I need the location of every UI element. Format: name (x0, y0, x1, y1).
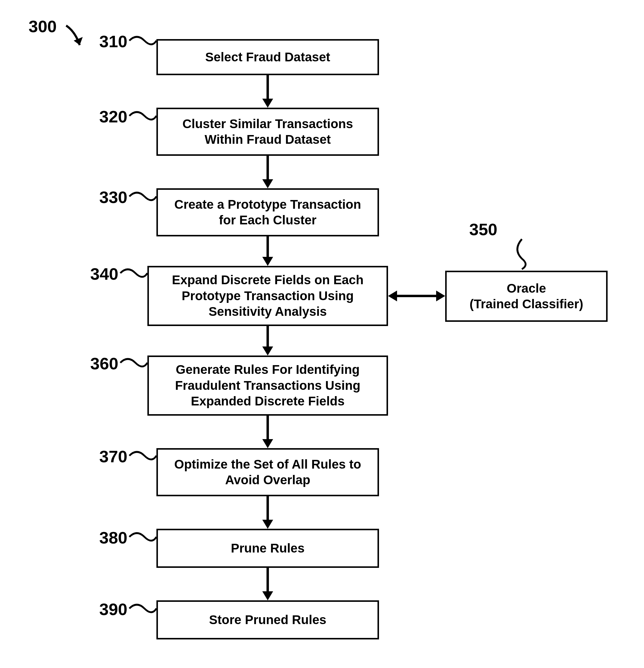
step-340-label: 340 (90, 264, 118, 284)
diagram-id-arrow (63, 22, 90, 52)
step-350-box: Oracle (Trained Classifier) (445, 271, 608, 322)
step-330-text: Create a Prototype Transaction for Each … (167, 197, 369, 228)
step-330-label: 330 (99, 187, 127, 207)
step-360-label: 360 (90, 354, 118, 373)
step-360-leader (119, 354, 149, 372)
arrow-340-360-head (262, 347, 273, 355)
step-310-leader (128, 32, 158, 50)
arrow-370-380-head (262, 520, 273, 529)
step-390-leader (128, 599, 158, 618)
step-380-label: 380 (99, 528, 127, 547)
step-380-text: Prune Rules (231, 541, 304, 557)
step-380-box: Prune Rules (156, 529, 379, 568)
arrow-340-360 (267, 326, 269, 347)
step-390-text: Store Pruned Rules (209, 612, 326, 628)
arrow-320-330-head (262, 179, 273, 188)
diagram-id-label: 300 (29, 17, 57, 36)
step-310-text: Select Fraud Dataset (205, 49, 330, 65)
arrow-340-350-line (397, 295, 436, 297)
step-370-label: 370 (99, 446, 127, 466)
step-320-text: Cluster Similar Transactions Within Frau… (167, 116, 369, 148)
arrow-310-320 (267, 75, 269, 99)
step-360-box: Generate Rules For Identifying Fraudulen… (147, 355, 388, 416)
step-350-text: Oracle (Trained Classifier) (469, 280, 583, 312)
step-390-label: 390 (99, 599, 127, 619)
arrow-370-380 (267, 496, 269, 520)
step-370-box: Optimize the Set of All Rules to Avoid O… (156, 448, 379, 496)
step-330-box: Create a Prototype Transaction for Each … (156, 188, 379, 237)
arrow-360-370-head (262, 439, 273, 448)
step-320-label: 320 (99, 107, 127, 126)
step-330-leader (128, 187, 158, 206)
arrow-380-390-head (262, 591, 273, 600)
step-310-box: Select Fraud Dataset (156, 39, 379, 75)
step-340-leader (119, 264, 149, 282)
step-340-box: Expand Discrete Fields on Each Prototype… (147, 266, 388, 326)
arrow-380-390 (267, 568, 269, 592)
step-360-text: Generate Rules For Identifying Fraudulen… (158, 362, 377, 409)
arrow-330-340-head (262, 257, 273, 266)
step-390-box: Store Pruned Rules (156, 600, 379, 639)
flowchart: 300 Select Fraud Dataset 310 Cluster Sim… (0, 0, 644, 668)
arrow-320-330 (267, 156, 269, 180)
step-370-text: Optimize the Set of All Rules to Avoid O… (167, 457, 369, 488)
step-340-text: Expand Discrete Fields on Each Prototype… (158, 272, 377, 320)
arrow-340-350-head-right (436, 290, 445, 301)
arrow-330-340 (267, 237, 269, 257)
svg-marker-0 (74, 37, 83, 45)
arrow-360-370 (267, 416, 269, 440)
step-370-leader (128, 446, 158, 465)
arrow-340-350-head-left (388, 290, 397, 301)
step-320-leader (128, 107, 158, 125)
step-380-leader (128, 528, 158, 546)
step-350-leader (511, 238, 533, 271)
step-350-label: 350 (469, 219, 497, 239)
arrow-310-320-head (262, 98, 273, 108)
step-320-box: Cluster Similar Transactions Within Frau… (156, 108, 379, 156)
step-310-label: 310 (99, 32, 127, 51)
